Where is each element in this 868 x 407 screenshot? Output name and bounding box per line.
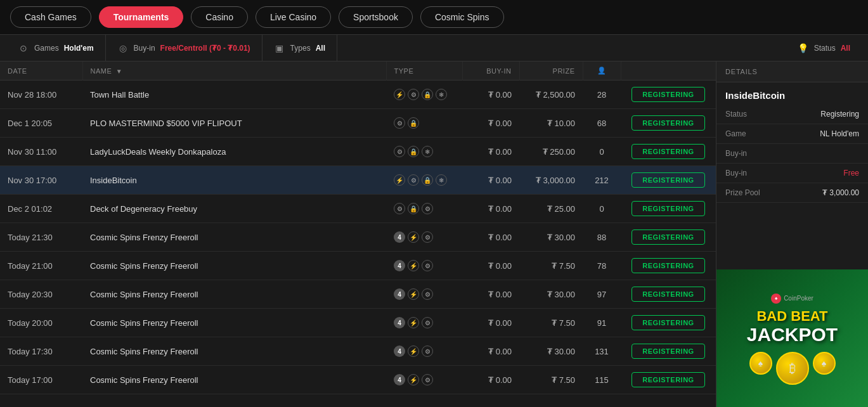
status-value: All bbox=[841, 44, 850, 53]
buyin-value: Free/Centroll (₮0 - ₮0.01) bbox=[160, 44, 250, 53]
cell-buyin: ₮ 0.00 bbox=[462, 280, 519, 309]
cell-type: 4⚡⚙ bbox=[386, 280, 462, 309]
filter-types[interactable]: ▣ Types All bbox=[262, 35, 337, 61]
type-icon-lightning: ⚡ bbox=[408, 231, 419, 243]
table-row[interactable]: Nov 30 17:00 InsideBitcoin ⚡⚙🔒❄ ₮ 0.00 ₮… bbox=[0, 166, 716, 195]
register-button[interactable]: REGISTERING bbox=[632, 372, 704, 387]
table-row[interactable]: Today 17:30 Cosmic Spins Frenzy Freeroll… bbox=[0, 337, 716, 366]
table-row[interactable]: Today 20:00 Cosmic Spins Frenzy Freeroll… bbox=[0, 309, 716, 337]
register-button[interactable]: REGISTERING bbox=[632, 229, 704, 245]
cell-type: 4⚡⚙ bbox=[386, 223, 462, 252]
cell-name: Deck of Degeneracy Freebuy bbox=[82, 195, 386, 223]
cell-name: LadyLuckDeals Weekly Donkapaloza bbox=[82, 138, 386, 166]
col-name[interactable]: NAME ▼ bbox=[82, 61, 386, 81]
table-row[interactable]: Today 21:00 Cosmic Spins Frenzy Freeroll… bbox=[0, 252, 716, 280]
register-button[interactable]: REGISTERING bbox=[632, 87, 704, 102]
table-row[interactable]: Nov 28 18:00 Town Hall Battle ⚡⚙🔒❄ ₮ 0.0… bbox=[0, 81, 716, 109]
filter-buyin[interactable]: ◎ Buy-in Free/Centroll (₮0 - ₮0.01) bbox=[106, 35, 262, 61]
details-buyin-free-val: Free bbox=[843, 169, 859, 178]
cell-date: Dec 1 20:05 bbox=[0, 109, 82, 138]
type-icon-lightning: ⚡ bbox=[408, 346, 419, 357]
col-type: TYPE bbox=[386, 61, 462, 81]
table-row[interactable]: Today 20:30 Cosmic Spins Frenzy Freeroll… bbox=[0, 280, 716, 309]
filter-status[interactable]: 💡 Status All bbox=[786, 35, 862, 61]
cell-name: Cosmic Spins Frenzy Freeroll bbox=[82, 223, 386, 252]
types-label: Types bbox=[290, 44, 311, 53]
type-icon-num: 4 bbox=[394, 231, 405, 243]
cell-players: 0 bbox=[583, 138, 621, 166]
register-button[interactable]: REGISTERING bbox=[632, 344, 704, 359]
type-icon-snowflake: ❄ bbox=[436, 174, 447, 186]
cell-prize: ₮ 7.50 bbox=[519, 366, 583, 394]
register-button[interactable]: REGISTERING bbox=[632, 258, 704, 273]
type-icon-gear: ⚙ bbox=[422, 203, 433, 214]
cell-name: Town Hall Battle bbox=[82, 81, 386, 109]
filter-bar: ⊙ Games Hold'em ◎ Buy-in Free/Centroll (… bbox=[0, 35, 868, 61]
nav-tournaments[interactable]: Tournaments bbox=[99, 6, 184, 28]
table-row[interactable]: Nov 30 11:00 LadyLuckDeals Weekly Donkap… bbox=[0, 138, 716, 166]
cell-date: Nov 30 17:00 bbox=[0, 166, 82, 195]
cell-date: Today 20:30 bbox=[0, 280, 82, 309]
table-row[interactable]: Today 21:30 Cosmic Spins Frenzy Freeroll… bbox=[0, 223, 716, 252]
register-button[interactable]: REGISTERING bbox=[632, 315, 704, 330]
filter-games[interactable]: ⊙ Games Hold'em bbox=[6, 35, 106, 61]
cell-buyin: ₮ 0.00 bbox=[462, 252, 519, 280]
register-button[interactable]: REGISTERING bbox=[632, 201, 704, 216]
cell-prize: ₮ 25.00 bbox=[519, 195, 583, 223]
cell-date: Nov 30 11:00 bbox=[0, 138, 82, 166]
cell-name: Cosmic Spins Frenzy Freeroll bbox=[82, 337, 386, 366]
register-button[interactable]: REGISTERING bbox=[632, 115, 704, 131]
cell-type: ⚙🔒 bbox=[386, 109, 462, 138]
jackpot-banner[interactable]: ♠ CoinPoker BAD BEAT JACKPOT ♠ ₿ ♠ bbox=[716, 269, 868, 407]
cell-prize: ₮ 30.00 bbox=[519, 337, 583, 366]
type-icon-gear: ⚙ bbox=[422, 288, 433, 300]
type-icon-num: 4 bbox=[394, 260, 405, 271]
nav-cash-games[interactable]: Cash Games bbox=[10, 6, 91, 28]
cell-buyin: ₮ 0.00 bbox=[462, 366, 519, 394]
nav-casino[interactable]: Casino bbox=[191, 6, 248, 28]
type-icon-gear: ⚙ bbox=[422, 317, 433, 328]
register-button[interactable]: REGISTERING bbox=[632, 144, 704, 159]
table-row[interactable]: Dec 1 20:05 PLO MASTERMIND $5000 VIP FLI… bbox=[0, 109, 716, 138]
type-icon-gear: ⚙ bbox=[422, 374, 433, 385]
cell-buyin: ₮ 0.00 bbox=[462, 109, 519, 138]
cell-name: PLO MASTERMIND $5000 VIP FLIPOUT bbox=[82, 109, 386, 138]
col-action bbox=[621, 61, 716, 81]
nav-sportsbook[interactable]: Sportsbook bbox=[339, 6, 413, 28]
coinpoker-icon: ♠ bbox=[771, 294, 781, 304]
cell-prize: ₮ 30.00 bbox=[519, 280, 583, 309]
type-icon-lightning: ⚡ bbox=[408, 317, 419, 328]
details-prize-val: ₮ 3,000.00 bbox=[822, 188, 859, 197]
col-buyin: BUY-IN bbox=[462, 61, 519, 81]
cell-date: Today 17:00 bbox=[0, 366, 82, 394]
type-icon-num: 4 bbox=[394, 317, 405, 328]
type-icon-num: 4 bbox=[394, 374, 405, 385]
details-prize-key: Prize Pool bbox=[725, 188, 760, 197]
type-icon-gear: ⚙ bbox=[408, 174, 419, 186]
nav-live-casino[interactable]: Live Casino bbox=[256, 6, 331, 28]
type-icon-lightning: ⚡ bbox=[394, 174, 405, 186]
type-icon-snowflake: ❄ bbox=[422, 146, 433, 157]
type-icon-num: 4 bbox=[394, 346, 405, 357]
table-header-row: DATE NAME ▼ TYPE BUY-IN PRIZE 👤 bbox=[0, 61, 716, 81]
cell-buyin: ₮ 0.00 bbox=[462, 337, 519, 366]
cell-players: 68 bbox=[583, 109, 621, 138]
status-label: Status bbox=[814, 44, 836, 53]
cell-type: 4⚡⚙ bbox=[386, 337, 462, 366]
register-button[interactable]: REGISTERING bbox=[632, 172, 704, 188]
navigation-bar: Cash Games Tournaments Casino Live Casin… bbox=[0, 0, 868, 35]
cell-players: 97 bbox=[583, 280, 621, 309]
jackpot-line2: JACKPOT bbox=[747, 324, 838, 346]
table-row[interactable]: Today 17:00 Cosmic Spins Frenzy Freeroll… bbox=[0, 366, 716, 394]
cell-action: REGISTERING bbox=[621, 195, 716, 223]
cell-name: Cosmic Spins Frenzy Freeroll bbox=[82, 252, 386, 280]
coin-small-1: ♠ bbox=[749, 352, 772, 375]
type-icon-gear: ⚙ bbox=[394, 117, 405, 129]
table-row[interactable]: Dec 2 01:02 Deck of Degeneracy Freebuy ⚙… bbox=[0, 195, 716, 223]
coin-small-2: ♠ bbox=[813, 352, 836, 375]
nav-cosmic-spins[interactable]: Cosmic Spins bbox=[420, 6, 504, 28]
cell-type: ⚡⚙🔒❄ bbox=[386, 81, 462, 109]
register-button[interactable]: REGISTERING bbox=[632, 287, 704, 302]
cell-prize: ₮ 3,000.00 bbox=[519, 166, 583, 195]
cell-action: REGISTERING bbox=[621, 337, 716, 366]
